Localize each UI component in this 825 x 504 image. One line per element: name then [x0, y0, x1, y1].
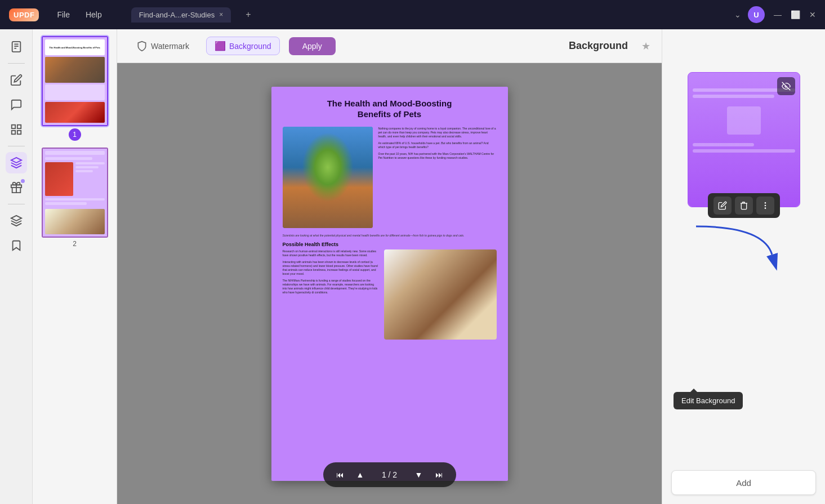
pdf-viewer: The Health and Mood-Boosting Benefits of…: [117, 63, 662, 504]
pdf-title: The Health and Mood-Boosting Benefits of…: [283, 98, 497, 120]
pdf-cat-image: [283, 127, 373, 228]
new-tab-button[interactable]: +: [246, 10, 251, 20]
app-logo: UPDF: [9, 8, 39, 21]
page-input[interactable]: [373, 470, 407, 479]
nav-prev-button[interactable]: ▲: [353, 467, 368, 483]
preview-line-4: [693, 149, 795, 153]
svg-rect-6: [11, 131, 15, 134]
nav-help[interactable]: Help: [79, 8, 109, 21]
page-number-2: 2: [73, 240, 77, 248]
title-bar: UPDF File Help Find-and-A...er-Studies ×…: [0, 0, 825, 29]
more-options-button[interactable]: [756, 197, 774, 215]
pdf-bottom-row: Research on human-animal interactions is…: [283, 249, 497, 340]
nav-file[interactable]: File: [50, 8, 77, 21]
minimize-button[interactable]: —: [774, 10, 782, 19]
pdf-caption: Scientists are looking at what the poten…: [283, 234, 497, 237]
sidebar-divider-3: [8, 204, 25, 204]
edit-background-button[interactable]: [713, 197, 732, 215]
edit-background-tooltip: Edit Background: [674, 392, 743, 409]
window-controls: ⌄ U — ⬜ ✕: [734, 6, 816, 23]
thumb-content-1: The Health and Mood-Boosting Benefits of…: [43, 37, 107, 125]
sidebar-item-gift[interactable]: [6, 177, 27, 198]
sidebar-item-comment[interactable]: [6, 94, 27, 115]
watermark-tab[interactable]: Watermark: [128, 37, 197, 55]
sidebar-divider-2: [8, 146, 25, 146]
close-button[interactable]: ✕: [809, 10, 816, 19]
svg-rect-4: [11, 125, 15, 128]
add-background-button[interactable]: Add: [671, 470, 816, 495]
title-nav: File Help: [50, 8, 108, 21]
svg-point-12: [765, 203, 765, 203]
pdf-page: The Health and Mood-Boosting Benefits of…: [271, 87, 508, 481]
svg-rect-7: [17, 131, 20, 134]
page-number-badge-1: 1: [69, 128, 81, 141]
pdf-inner: The Health and Mood-Boosting Benefits of…: [271, 87, 508, 481]
thumbnail-page-2[interactable]: 2: [37, 148, 112, 248]
hide-background-button[interactable]: [777, 77, 795, 95]
pdf-research-text: Over the past 10 years, NIH has partnere…: [378, 152, 497, 160]
pdf-section-title: Possible Health Effects: [283, 242, 497, 247]
pdf-content-row-1: Nothing compares to the joy of coming ho…: [283, 127, 497, 228]
sidebar-divider-1: [8, 63, 25, 64]
apply-button[interactable]: Apply: [289, 37, 336, 55]
background-tab[interactable]: 🟪 Background: [206, 37, 280, 55]
pdf-intro-text: Nothing compares to the joy of coming ho…: [378, 127, 497, 139]
thumbnail-panel: The Health and Mood-Boosting Benefits of…: [33, 29, 117, 504]
pdf-text-column: Nothing compares to the joy of coming ho…: [378, 127, 497, 228]
thumb-frame-1[interactable]: The Health and Mood-Boosting Benefits of…: [42, 36, 108, 126]
background-icon: 🟪: [215, 41, 226, 51]
thumb-frame-2[interactable]: [42, 148, 108, 238]
background-action-buttons: [708, 193, 780, 218]
watermark-label: Watermark: [151, 42, 189, 51]
svg-rect-5: [17, 125, 20, 128]
thumb-content-2: [43, 149, 107, 237]
pdf-text-col-2: Research on human-animal interactions is…: [283, 249, 378, 340]
nav-next-button[interactable]: ▼: [411, 467, 427, 483]
background-label: Background: [229, 42, 271, 51]
sidebar-item-stamp[interactable]: [6, 152, 27, 173]
right-panel-content: Edit Background: [662, 29, 825, 504]
main-layout: The Health and Mood-Boosting Benefits of…: [0, 29, 825, 504]
thumb-image-2: [45, 102, 105, 123]
bg-preview-lines: [693, 88, 795, 153]
sidebar-item-document[interactable]: [6, 36, 27, 57]
tab-document[interactable]: Find-and-A...er-Studies ×: [131, 7, 231, 23]
thumb-image-1: [45, 57, 105, 83]
background-preview-card: [688, 72, 800, 207]
notification-dot: [21, 179, 25, 183]
favorite-star-icon[interactable]: ★: [641, 40, 650, 52]
pdf-stat-text: An estimated 68% of U.S. households have…: [378, 141, 497, 149]
preview-line-3: [693, 143, 754, 146]
left-sidebar: [0, 29, 33, 504]
thumb-text-1: [45, 84, 105, 100]
right-panel: Edit Background Add: [662, 29, 825, 504]
sidebar-item-organize[interactable]: [6, 119, 27, 140]
svg-point-13: [765, 205, 765, 206]
thumbnail-page-1[interactable]: The Health and Mood-Boosting Benefits of…: [37, 36, 112, 141]
svg-point-14: [765, 208, 765, 208]
sidebar-item-layers[interactable]: [6, 210, 27, 231]
maximize-button[interactable]: ⬜: [791, 10, 800, 19]
tab-title: Find-and-A...er-Studies: [139, 11, 215, 19]
sidebar-item-edit[interactable]: [6, 69, 27, 91]
nav-first-button[interactable]: ⏮: [332, 467, 348, 483]
arrow-indicator: [679, 221, 792, 277]
pdf-dog-image: [384, 249, 497, 340]
thumb-title-1: The Health and Mood-Boosting Benefits of…: [45, 39, 105, 55]
sidebar-item-bookmark[interactable]: [6, 235, 27, 256]
tab-close-button[interactable]: ×: [219, 11, 223, 19]
content-area: Watermark 🟪 Background Apply Background …: [117, 29, 662, 504]
user-avatar[interactable]: U: [748, 6, 765, 23]
dropdown-chevron-icon[interactable]: ⌄: [734, 10, 741, 19]
svg-marker-10: [11, 216, 21, 221]
nav-last-button[interactable]: ⏭: [431, 467, 447, 483]
preview-box: [727, 106, 761, 135]
toolbar: Watermark 🟪 Background Apply Background …: [117, 29, 662, 63]
delete-background-button[interactable]: [735, 197, 753, 215]
preview-line-2: [693, 95, 775, 98]
pdf-navigation: ⏮ ▲ ▼ ⏭: [323, 462, 456, 487]
watermark-icon: [136, 41, 148, 52]
right-section-title: Background: [569, 40, 628, 52]
